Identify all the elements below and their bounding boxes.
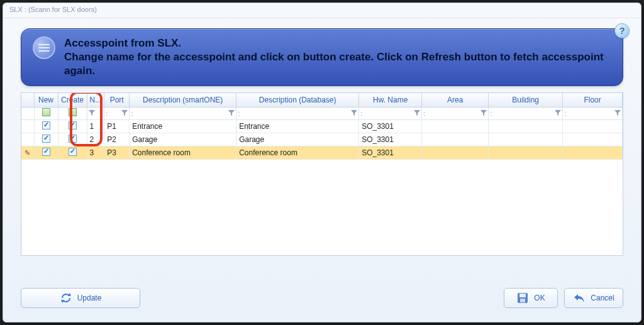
edit-row-icon: ✎ [25,149,30,157]
filter-desc1[interactable]: : [131,109,235,117]
cell-hw: SO_3301 [359,119,422,133]
cell-desc2[interactable]: Garage [236,133,359,146]
header-row: New Create N... Port Description (smartO… [21,93,623,107]
cell-area[interactable] [422,146,489,159]
col-create[interactable]: Create [58,93,87,107]
new-select-all-checkbox[interactable] [42,108,50,116]
col-area[interactable]: Area [422,93,489,107]
col-desc-database[interactable]: Description (Database) [236,93,359,107]
create-select-all-checkbox[interactable] [69,108,77,116]
banner-text: Accesspoint from SLX. Change name for th… [64,36,611,78]
cell-port: P1 [104,119,130,133]
cell-port: P3 [104,146,130,159]
funnel-icon [414,110,420,116]
col-new[interactable]: New [34,93,58,107]
cell-port: P2 [104,133,130,146]
info-icon [33,36,55,59]
cell-desc2[interactable]: Entrance [236,119,359,133]
funnel-icon [614,110,621,116]
create-checkbox[interactable] [69,135,77,143]
funnel-icon [121,110,128,116]
col-hw-name[interactable]: Hw. Name [359,93,422,107]
dialog-footer: Update OK Cancel [21,287,623,309]
cell-desc1[interactable]: Garage [130,133,236,146]
cell-building[interactable] [489,146,563,159]
cell-no: 3 [87,146,104,159]
window-title: SLX : (Scann for SLX doors) [3,3,641,18]
filter-port[interactable]: : [106,109,128,117]
filter-desc2[interactable]: : [238,109,357,117]
cell-building[interactable] [489,133,563,146]
banner-line2: Change name for the accesspoint and clic… [64,51,604,77]
cell-area[interactable] [422,119,489,133]
cell-floor[interactable] [563,119,623,133]
cell-floor[interactable] [563,133,623,146]
cell-desc1[interactable]: Entrance [130,119,236,133]
cancel-button[interactable]: Cancel [564,288,623,308]
cancel-label: Cancel [591,294,614,302]
col-port[interactable]: Port [104,93,130,107]
filter-no[interactable] [89,110,103,116]
col-desc-smartone[interactable]: Description (smartONE) [130,93,236,107]
svg-rect-1 [519,294,526,297]
filter-area[interactable]: : [423,109,487,117]
update-label: Update [77,294,102,302]
filter-floor[interactable]: : [564,109,621,117]
create-checkbox[interactable] [69,121,77,129]
cell-no: 1 [87,119,104,133]
cell-desc1[interactable]: Conference room [130,146,236,159]
cell-hw: SO_3301 [359,146,422,159]
cell-no: 2 [87,133,104,146]
undo-icon [573,292,586,304]
update-button[interactable]: Update [21,288,140,308]
banner-line1: Accesspoint from SLX. [64,37,181,49]
ok-label: OK [534,294,545,302]
funnel-icon [351,110,357,116]
cell-building[interactable] [489,119,563,133]
create-checkbox[interactable] [69,148,77,156]
new-checkbox[interactable] [42,148,50,156]
cell-desc2[interactable]: Conference room [236,146,359,159]
col-building[interactable]: Building [489,93,563,107]
col-edit-indicator [21,93,34,107]
filter-row[interactable]: : : : : : : : [21,107,623,119]
cell-hw: SO_3301 [359,133,422,146]
col-floor[interactable]: Floor [563,93,623,107]
new-checkbox[interactable] [42,135,50,143]
dialog-window: SLX : (Scann for SLX doors) ? Accesspoin… [3,3,641,322]
funnel-icon [555,110,561,116]
help-button[interactable]: ? [614,23,630,38]
table-row[interactable]: 1 P1 Entrance Entrance SO_3301 [21,119,623,133]
cell-area[interactable] [422,133,489,146]
table-row[interactable]: ✎ 3 P3 Conference room Conference room S… [21,146,623,159]
info-banner: Accesspoint from SLX. Change name for th… [21,28,623,86]
funnel-icon [228,110,235,116]
accesspoint-grid[interactable]: New Create N... Port Description (smartO… [21,92,623,256]
new-checkbox[interactable] [42,121,50,129]
table-row[interactable]: 2 P2 Garage Garage SO_3301 [21,133,623,146]
filter-hw[interactable]: : [360,109,420,117]
svg-rect-2 [520,299,525,302]
ok-button[interactable]: OK [504,288,558,308]
col-no[interactable]: N... [87,93,104,107]
funnel-icon [89,110,95,116]
cell-floor[interactable] [563,146,623,159]
refresh-icon [60,292,72,304]
funnel-icon [480,110,487,116]
save-icon [516,292,529,304]
filter-building[interactable]: : [490,109,561,117]
